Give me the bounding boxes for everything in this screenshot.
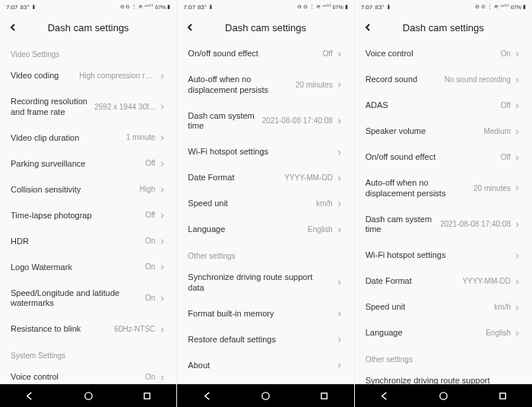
chevron-right-icon	[158, 374, 166, 381]
status-bar: 7:0783° ⬇⊖ ⊝ ⋮ ≋ ᵘᵉ⁵⁷67% ▮	[177, 0, 353, 14]
row-label: Voice control	[11, 372, 145, 383]
settings-row[interactable]: Synchronize driving route support data	[177, 265, 353, 301]
row-label: Auto-off when no displacement persists	[188, 75, 295, 96]
row-label: Synchronize driving route support data	[188, 272, 332, 294]
chevron-right-icon	[514, 50, 521, 58]
chevron-right-icon	[336, 117, 344, 125]
chevron-right-icon	[514, 102, 521, 110]
chevron-right-icon	[514, 278, 521, 285]
chevron-right-icon	[158, 103, 166, 111]
settings-row[interactable]: ADASOff	[355, 93, 532, 119]
row-value: English	[308, 225, 333, 235]
row-value: English	[486, 329, 511, 339]
settings-row[interactable]: Speaker volumeMedium	[355, 119, 532, 145]
row-value: On	[145, 262, 155, 272]
status-battery: 67%	[333, 5, 344, 10]
nav-back-icon[interactable]	[24, 390, 35, 401]
settings-row[interactable]: Wi-Fi hotspot settings	[355, 243, 532, 269]
settings-scroll[interactable]: Voice controlOnRecord soundNo sound reco…	[355, 41, 532, 384]
svg-point-0	[85, 392, 92, 399]
chevron-right-icon	[336, 279, 344, 287]
settings-row[interactable]: Video clip duration1 minute	[0, 126, 176, 151]
status-time: 7:07	[361, 4, 373, 11]
chevron-right-icon	[514, 76, 521, 84]
settings-scroll[interactable]: On/off sound effectOffAuto-off when no d…	[177, 41, 353, 384]
row-label: Speaker volume	[366, 126, 484, 137]
settings-row[interactable]: Synchronize driving route support data	[355, 368, 532, 384]
nav-recent-icon[interactable]	[142, 390, 153, 401]
status-left: 7:0783° ⬇	[6, 4, 36, 11]
chevron-right-icon	[336, 310, 344, 318]
settings-row[interactable]: HDROn	[0, 229, 176, 255]
section-header: System Settings	[0, 342, 176, 364]
settings-row[interactable]: LanguageEnglish	[355, 320, 532, 346]
settings-row[interactable]: Date FormatYYYY-MM-DD	[177, 165, 353, 191]
settings-row[interactable]: Record soundNo sound recording	[355, 67, 532, 93]
row-value: 20 minutes	[473, 184, 511, 194]
row-label: Dash cam system time	[188, 111, 261, 132]
status-time: 7:07	[6, 4, 18, 11]
nav-recent-icon[interactable]	[319, 390, 330, 401]
row-label: Collision sensitivity	[11, 185, 140, 196]
status-battery: 67%	[511, 5, 521, 10]
settings-row[interactable]: Auto-off when no displacement persists20…	[177, 67, 353, 103]
settings-row[interactable]: On/off sound effectOff	[355, 145, 532, 170]
row-label: Date Format	[188, 173, 284, 183]
row-value: 1 minute	[126, 133, 155, 143]
row-value: High	[140, 185, 156, 195]
chevron-right-icon	[514, 221, 521, 228]
settings-row[interactable]: Logo WatermarkOn	[0, 255, 176, 281]
settings-row[interactable]: LanguageEnglish	[177, 217, 353, 243]
row-value: On	[145, 373, 155, 383]
row-value: km/h	[316, 199, 333, 209]
row-value: 2592 x 1944 30f...	[94, 103, 155, 113]
nav-back-icon[interactable]	[201, 390, 212, 401]
settings-row[interactable]: Time-lapse photograpOff	[0, 203, 176, 229]
settings-row[interactable]: Collision sensitivityHigh	[0, 177, 176, 203]
row-label: Date Format	[366, 276, 463, 287]
settings-row[interactable]: Get device log	[177, 379, 353, 385]
chevron-right-icon	[158, 326, 166, 333]
chevron-right-icon	[336, 362, 344, 370]
settings-row[interactable]: Voice controlOn	[355, 41, 532, 67]
settings-row[interactable]: Format built-in memory	[177, 301, 353, 327]
settings-row[interactable]: Dash cam system time2021-08-08 17:40:08	[355, 207, 532, 243]
settings-row[interactable]: Speed/Longitude and latitude watermarksO…	[0, 281, 176, 317]
row-label: About	[188, 361, 332, 371]
settings-row[interactable]: Speed unitkm/h	[355, 294, 532, 320]
chevron-right-icon	[336, 226, 344, 234]
row-label: On/off sound effect	[188, 49, 322, 59]
settings-row[interactable]: Parking surveillanceOff	[0, 151, 176, 177]
settings-row[interactable]: Voice controlOn	[0, 364, 176, 384]
settings-row[interactable]: Recording resolution and frame rate2592 …	[0, 89, 176, 126]
settings-row[interactable]: Restore default settings	[177, 327, 353, 353]
row-value: Off	[145, 159, 155, 169]
row-label: Speed unit	[366, 302, 495, 313]
row-label: HDR	[11, 237, 145, 247]
settings-row[interactable]: Resistance to blink60Hz-NTSC	[0, 316, 176, 342]
header: Dash cam settings	[177, 14, 353, 41]
chevron-right-icon	[158, 135, 166, 142]
row-value: YYYY-MM-DD	[284, 173, 333, 183]
settings-row[interactable]: Dash cam system time2021-08-08 17:40:08	[177, 103, 353, 140]
settings-row[interactable]: Video codingHigh compression ratio	[0, 63, 176, 89]
phone-screen: 7:0783° ⬇⊖ ⊝ ⋮ ≋ ᵘᵉ⁵⁷67% ▮Dash cam setti…	[355, 0, 532, 407]
row-label: Dash cam system time	[366, 215, 440, 236]
settings-row[interactable]: Speed unitkm/h	[177, 191, 353, 217]
settings-row[interactable]: About	[177, 353, 353, 379]
row-value: Medium	[483, 127, 511, 137]
nav-home-icon[interactable]	[438, 390, 448, 401]
section-header: Video Settings	[0, 41, 176, 63]
nav-back-icon[interactable]	[379, 390, 390, 401]
settings-row[interactable]: Auto-off when no displacement persists20…	[355, 170, 532, 207]
chevron-right-icon	[158, 212, 166, 220]
nav-home-icon[interactable]	[83, 390, 93, 401]
settings-scroll[interactable]: Video SettingsVideo codingHigh compressi…	[0, 41, 176, 384]
svg-point-4	[440, 392, 447, 399]
settings-row[interactable]: On/off sound effectOff	[177, 41, 353, 67]
nav-recent-icon[interactable]	[497, 390, 508, 401]
settings-row[interactable]: Wi-Fi hotspot settings	[177, 139, 353, 165]
row-value: 2021-08-08 17:40:08	[262, 116, 333, 126]
settings-row[interactable]: Date FormatYYYY-MM-DD	[355, 269, 532, 294]
nav-home-icon[interactable]	[260, 390, 271, 401]
